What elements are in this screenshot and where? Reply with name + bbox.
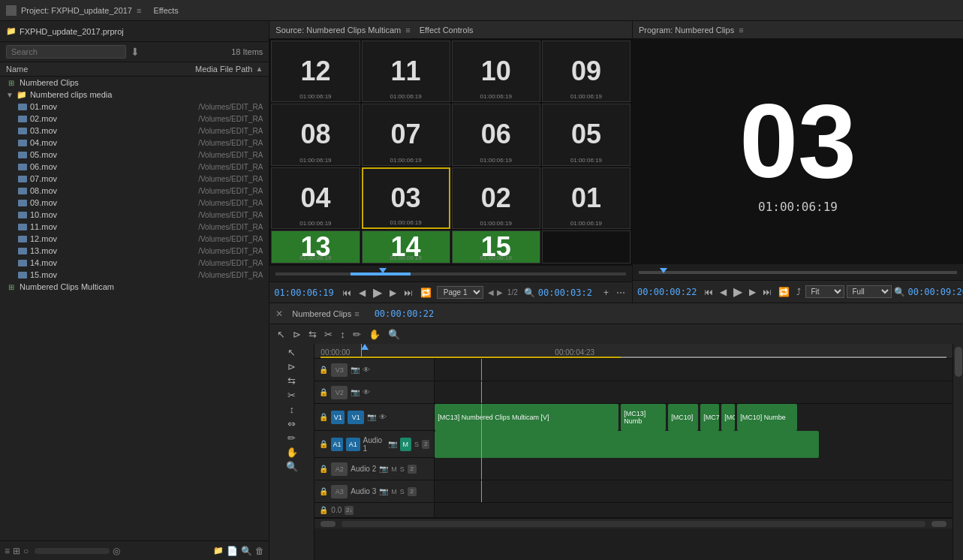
list-item[interactable]: ⊞ Numbered Clips xyxy=(0,77,269,89)
program-tc-right[interactable]: 00:00:09:20 xyxy=(907,287,963,297)
timeline-timecode[interactable]: 00:00:00:22 xyxy=(375,309,434,319)
clip-mc10[interactable]: [MC10] xyxy=(668,404,698,431)
mc-cell-04[interactable]: 0401:00:06:19 xyxy=(271,167,360,229)
v1-eye-icon[interactable]: 👁 xyxy=(379,413,387,421)
v1-track-btn[interactable]: V1 xyxy=(348,411,364,424)
program-scrub-bar[interactable] xyxy=(633,263,963,280)
mc-cell-13[interactable]: 1301:00:06:19 xyxy=(271,230,360,263)
list-item[interactable]: 12.mov /Volumes/EDIT_RA xyxy=(0,233,269,245)
prog-step-back-icon[interactable]: ⏮ xyxy=(702,285,715,299)
tl-vert-tool7[interactable]: ✏ xyxy=(287,432,296,444)
clip-mc13-v[interactable]: [MC13] Numbered Clips Multicam [V] xyxy=(435,404,618,431)
lock-icon-a3[interactable]: 🔒 xyxy=(319,487,328,495)
tl-vert-tool6[interactable]: ⇔ xyxy=(287,418,296,429)
track-a1-content[interactable] xyxy=(435,431,952,458)
zoom-slider[interactable] xyxy=(35,548,110,554)
mc-cell-01[interactable]: 0101:00:06:19 xyxy=(542,167,630,229)
mc-cell-11[interactable]: 1101:00:06:19 xyxy=(362,41,450,102)
lock-icon-v2[interactable]: 🔒 xyxy=(319,388,328,396)
source-timecode-out[interactable]: 00:00:03:2 xyxy=(538,288,592,298)
v3-eye-icon[interactable]: 👁 xyxy=(363,366,370,374)
magnify-icon[interactable]: 🔍 xyxy=(894,287,905,297)
prog-play-icon[interactable]: ▶ xyxy=(731,283,745,300)
import-icon[interactable]: ⬇ xyxy=(131,46,140,58)
list-item[interactable]: 14.mov /Volumes/EDIT_RA xyxy=(0,257,269,269)
mc-cell-15[interactable]: 1501:00:06:19 xyxy=(452,230,540,263)
a3-cam-icon[interactable]: 📷 xyxy=(379,487,388,495)
a1-m-btn[interactable]: M xyxy=(400,438,411,451)
step-fwd-icon[interactable]: ⏭ xyxy=(402,286,415,300)
clip-mc-sm[interactable]: [MC xyxy=(721,404,735,431)
list-item[interactable]: ▼ 📁 Numbered clips media xyxy=(0,89,269,101)
list-item[interactable]: 01.mov /Volumes/EDIT_RA xyxy=(0,101,269,113)
mc-cell-08[interactable]: 0801:00:06:19 xyxy=(271,104,360,165)
list-item[interactable]: 02.mov /Volumes/EDIT_RA xyxy=(0,113,269,125)
list-item[interactable]: 08.mov /Volumes/EDIT_RA xyxy=(0,185,269,197)
v2-eye-icon[interactable]: 👁 xyxy=(363,388,370,396)
prev-frame-icon[interactable]: ◀ xyxy=(357,286,368,300)
tl-vert-tool1[interactable]: ↖ xyxy=(287,347,296,358)
source-monitor-menu[interactable]: ≡ xyxy=(405,26,410,35)
list-item[interactable]: 10.mov /Volumes/EDIT_RA xyxy=(0,209,269,221)
arrow-left-icon[interactable]: ◀ xyxy=(488,288,494,297)
list-item[interactable]: 03.mov /Volumes/EDIT_RA xyxy=(0,125,269,137)
list-item[interactable]: 06.mov /Volumes/EDIT_RA xyxy=(0,161,269,173)
zoom-select[interactable]: Fit 25% 50% 100% xyxy=(805,285,844,298)
h-scroll-thumb[interactable] xyxy=(320,521,336,527)
next-frame-icon[interactable]: ▶ xyxy=(387,286,399,300)
insert-icon[interactable]: + xyxy=(601,286,611,300)
prog-loop-icon[interactable]: 🔁 xyxy=(776,285,792,299)
prog-next-frame-icon[interactable]: ▶ xyxy=(747,285,758,299)
track-v2-content[interactable] xyxy=(435,381,952,403)
prog-step-fwd-icon[interactable]: ⏭ xyxy=(760,285,774,299)
list-item[interactable]: 13.mov /Volumes/EDIT_RA xyxy=(0,245,269,257)
grid-view-icon[interactable]: ⊞ xyxy=(13,546,20,556)
track-select-icon[interactable]: ⊳ xyxy=(291,327,302,342)
freeform-view-icon[interactable]: ○ xyxy=(23,546,29,556)
mc-cell-14[interactable]: 1401:00:06:19 xyxy=(362,230,450,263)
clip-mc13-2[interactable]: [MC13] Numb xyxy=(621,404,666,431)
mc-cell-10[interactable]: 1001:00:06:19 xyxy=(452,41,540,102)
zoom-icon[interactable]: 🔍 xyxy=(524,288,535,298)
a2-track-btn[interactable]: A2 xyxy=(331,462,348,476)
timeline-h-scroll[interactable] xyxy=(314,518,952,528)
tl-vert-tool9[interactable]: 🔍 xyxy=(286,461,298,472)
page-select[interactable]: Page 1 Page 2 xyxy=(437,286,483,299)
list-item[interactable]: 05.mov /Volumes/EDIT_RA xyxy=(0,149,269,161)
a1-track-btn[interactable]: A1 xyxy=(346,438,360,451)
delete-icon[interactable]: 🗑 xyxy=(255,546,264,556)
track-a3-content[interactable] xyxy=(435,480,952,502)
source-timecode-in[interactable]: 01:00:06:19 xyxy=(274,288,333,298)
slip-tool-icon[interactable]: ↕ xyxy=(339,327,347,342)
razor-tool-icon[interactable]: ✂ xyxy=(323,327,334,342)
lock-icon-a2[interactable]: 🔒 xyxy=(319,465,328,473)
new-item-icon[interactable]: 📄 xyxy=(227,546,238,556)
clip-a1[interactable] xyxy=(435,431,819,458)
lock-icon-master[interactable]: 🔒 xyxy=(319,506,328,514)
ripple-edit-icon[interactable]: ⇆ xyxy=(307,327,318,342)
a1-source-btn[interactable]: A1 xyxy=(331,438,342,451)
v1-source-btn[interactable]: V1 xyxy=(331,411,345,424)
loop-icon[interactable]: 🔁 xyxy=(418,286,434,300)
effect-controls-tab[interactable]: Effect Controls xyxy=(420,26,474,35)
timeline-v-scroll[interactable] xyxy=(952,344,963,560)
mc-cell-02[interactable]: 0201:00:06:19 xyxy=(452,167,540,229)
track-v1-content[interactable]: [MC13] Numbered Clips Multicam [V] [MC13… xyxy=(435,404,952,431)
step-back-icon[interactable]: ⏮ xyxy=(340,286,354,300)
mc-cell-07[interactable]: 0701:00:06:19 xyxy=(362,104,450,165)
a2-cam-icon[interactable]: 📷 xyxy=(379,465,388,473)
quality-select[interactable]: Full Half Quarter xyxy=(847,285,892,298)
v3-cam-icon[interactable]: 📷 xyxy=(351,366,360,374)
tl-vert-tool8[interactable]: ✋ xyxy=(286,447,298,458)
hand-tool-icon[interactable]: ✋ xyxy=(367,327,382,342)
mc-cell-06[interactable]: 0601:00:06:19 xyxy=(452,104,540,165)
prog-shuttle-icon[interactable]: ⤴ xyxy=(794,285,803,299)
track-a2-content[interactable] xyxy=(435,458,952,480)
prog-prev-frame-icon[interactable]: ◀ xyxy=(718,285,729,299)
search-input[interactable] xyxy=(6,45,126,59)
tl-vert-tool5[interactable]: ↕ xyxy=(290,404,295,415)
a3-track-btn[interactable]: A3 xyxy=(331,485,348,498)
v-scroll-thumb[interactable] xyxy=(955,347,962,377)
v3-toggle-btn[interactable]: V3 xyxy=(331,363,348,377)
tl-vert-tool4[interactable]: ✂ xyxy=(287,390,296,401)
